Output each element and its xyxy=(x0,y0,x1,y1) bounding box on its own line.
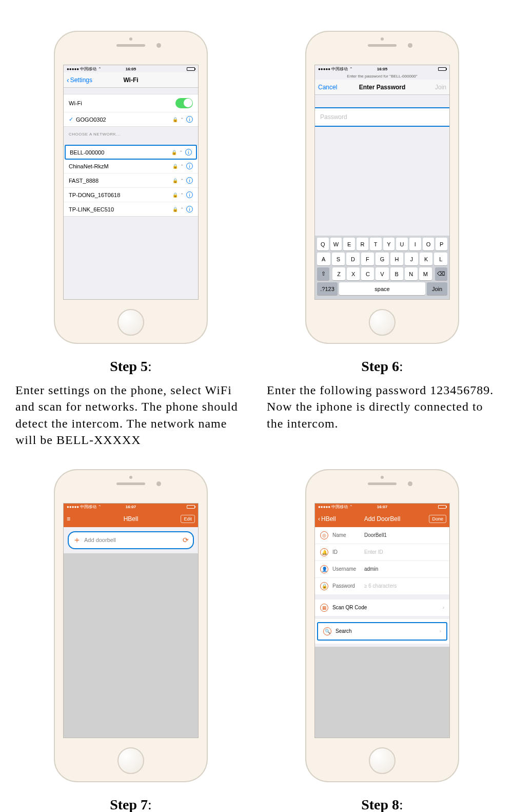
password-input[interactable]: Password xyxy=(315,107,449,127)
toggle-on[interactable] xyxy=(175,98,193,108)
menu-icon[interactable]: ≡ xyxy=(67,515,70,523)
key-y[interactable]: Y xyxy=(383,238,395,250)
join-button[interactable]: Join xyxy=(435,84,446,91)
wifi-network-row[interactable]: TP-LINK_6EC510 🔒⌃i xyxy=(64,202,198,216)
status-bar: ●●●●● 中国移动 ⌃ 16:05 xyxy=(315,65,449,72)
phone-mockup: ●●●●● 中国移动 ⌃ 16:07 ‹ HBell Add DoorBell … xyxy=(305,469,459,782)
field-name[interactable]: ◎ Name DoorBell1 xyxy=(315,527,449,544)
add-doorbell-row[interactable]: ＋ Add doorbell ⟳ xyxy=(68,531,194,549)
field-id[interactable]: 🔔 ID Enter ID xyxy=(315,544,449,561)
edit-button[interactable]: Edit xyxy=(181,515,195,523)
nav-bar: ‹Settings Wi-Fi xyxy=(64,72,198,88)
key-m[interactable]: M xyxy=(419,267,432,280)
key-o[interactable]: O xyxy=(423,238,435,250)
status-bar: ●●●●● 中国移动 ⌃ 16:07 xyxy=(64,504,198,511)
key-c[interactable]: C xyxy=(361,267,374,280)
phone-mockup: ●●●●● 中国移动 ⌃ 16:07 ≡ HBell Edit ＋ Add do… xyxy=(54,469,208,782)
nav-bar: ≡ HBell Edit xyxy=(64,511,198,527)
field-username[interactable]: 👤 Username admin xyxy=(315,561,449,578)
search-icon: 🔍 xyxy=(323,627,331,635)
wifi-network-row[interactable]: TP-DONG_16T0618 🔒⌃i xyxy=(64,188,198,202)
home-button[interactable] xyxy=(369,747,396,774)
wifi-icon: ⌃ xyxy=(180,117,184,122)
scan-qr-row[interactable]: ▦ Scan QR Code › xyxy=(315,600,449,616)
wifi-network-row[interactable]: BELL-000000 🔒⌃i xyxy=(65,145,197,160)
key-w[interactable]: W xyxy=(330,238,342,250)
battery-icon xyxy=(187,67,195,71)
screen-password: ●●●●● 中国移动 ⌃ 16:05 Enter the password fo… xyxy=(314,65,450,300)
step-8: ●●●●● 中国移动 ⌃ 16:07 ‹ HBell Add DoorBell … xyxy=(267,469,498,812)
key-e[interactable]: E xyxy=(343,238,355,250)
back-button[interactable]: ‹Settings xyxy=(67,76,92,84)
key-v[interactable]: V xyxy=(376,267,388,280)
key-h[interactable]: H xyxy=(390,253,404,265)
key-g[interactable]: G xyxy=(376,253,389,265)
user-icon: 👤 xyxy=(320,565,328,573)
key-r[interactable]: R xyxy=(357,238,368,250)
tag-icon: ◎ xyxy=(320,531,328,539)
screen-add-doorbell: ●●●●● 中国移动 ⌃ 16:07 ‹ HBell Add DoorBell … xyxy=(314,503,450,738)
nav-bar: ‹ HBell Add DoorBell Done xyxy=(315,511,449,527)
bell-icon: 🔔 xyxy=(320,548,328,556)
key-k[interactable]: K xyxy=(420,253,433,265)
info-icon[interactable]: i xyxy=(186,116,193,123)
key-i[interactable]: I xyxy=(409,238,421,250)
key-p[interactable]: P xyxy=(436,238,447,250)
key-d[interactable]: D xyxy=(346,253,360,265)
key-f[interactable]: F xyxy=(361,253,374,265)
lock-icon: 🔒 xyxy=(172,117,178,122)
key-q[interactable]: Q xyxy=(317,238,329,250)
plus-icon: ＋ xyxy=(73,535,81,546)
join-key[interactable]: Join xyxy=(427,282,447,295)
qr-icon: ▦ xyxy=(320,604,328,612)
key-u[interactable]: U xyxy=(396,238,408,250)
screen-hbell: ●●●●● 中国移动 ⌃ 16:07 ≡ HBell Edit ＋ Add do… xyxy=(63,503,199,738)
done-button[interactable]: Done xyxy=(429,515,446,523)
space-key[interactable]: space xyxy=(339,282,425,295)
step-7: ●●●●● 中国移动 ⌃ 16:07 ≡ HBell Edit ＋ Add do… xyxy=(15,469,246,812)
status-bar: ●●●●● 中国移动 ⌃ 16:05 xyxy=(64,65,198,72)
screen-wifi-settings: ●●●●● 中国移动 ⌃ 16:05 ‹Settings Wi-Fi Wi-Fi… xyxy=(63,65,199,300)
key-j[interactable]: J xyxy=(405,253,418,265)
step-5: ●●●●● 中国移动 ⌃ 16:05 ‹Settings Wi-Fi Wi-Fi… xyxy=(15,31,246,449)
nav-bar: Cancel Enter Password Join xyxy=(315,80,449,95)
field-password[interactable]: 🔒 Password ≥ 6 characters xyxy=(315,578,449,594)
numbers-key[interactable]: .?123 xyxy=(317,282,338,295)
key-n[interactable]: N xyxy=(405,267,418,280)
key-t[interactable]: T xyxy=(370,238,382,250)
battery-icon xyxy=(438,67,446,71)
shift-key[interactable] xyxy=(317,267,329,280)
refresh-icon[interactable]: ⟳ xyxy=(183,536,189,544)
key-l[interactable]: L xyxy=(434,253,447,265)
phone-mockup: ●●●●● 中国移动 ⌃ 16:05 Enter the password fo… xyxy=(305,31,459,344)
wifi-toggle-row[interactable]: Wi-Fi xyxy=(64,94,198,112)
back-button[interactable]: ‹ HBell xyxy=(318,515,336,523)
wifi-connected-row[interactable]: ✓ GOGO0302 🔒⌃i xyxy=(64,112,198,126)
key-b[interactable]: B xyxy=(390,267,403,280)
home-button[interactable] xyxy=(117,747,144,774)
key-x[interactable]: X xyxy=(347,267,360,280)
backspace-key[interactable] xyxy=(435,267,447,280)
cancel-button[interactable]: Cancel xyxy=(318,84,337,91)
step-6: ●●●●● 中国移动 ⌃ 16:05 Enter the password fo… xyxy=(267,31,498,449)
wifi-network-row[interactable]: FAST_8888 🔒⌃i xyxy=(64,173,198,188)
wifi-network-row[interactable]: ChinaNet-RkzM 🔒⌃i xyxy=(64,159,198,173)
chevron-right-icon: › xyxy=(443,605,444,610)
phone-mockup: ●●●●● 中国移动 ⌃ 16:05 ‹Settings Wi-Fi Wi-Fi… xyxy=(54,31,208,344)
chevron-right-icon: › xyxy=(440,628,441,634)
key-s[interactable]: S xyxy=(332,253,345,265)
battery-icon xyxy=(438,505,446,509)
lock-icon: 🔒 xyxy=(320,582,328,590)
keyboard[interactable]: QWERTYUIOP ASDFGHJKL ZXCVBNM .?123 space… xyxy=(315,236,449,299)
search-row[interactable]: 🔍 Search › xyxy=(317,622,447,641)
battery-icon xyxy=(187,505,195,509)
home-button[interactable] xyxy=(369,309,396,336)
key-a[interactable]: A xyxy=(317,253,330,265)
status-bar: ●●●●● 中国移动 ⌃ 16:07 xyxy=(315,504,449,511)
key-z[interactable]: Z xyxy=(332,267,345,280)
home-button[interactable] xyxy=(117,309,144,336)
